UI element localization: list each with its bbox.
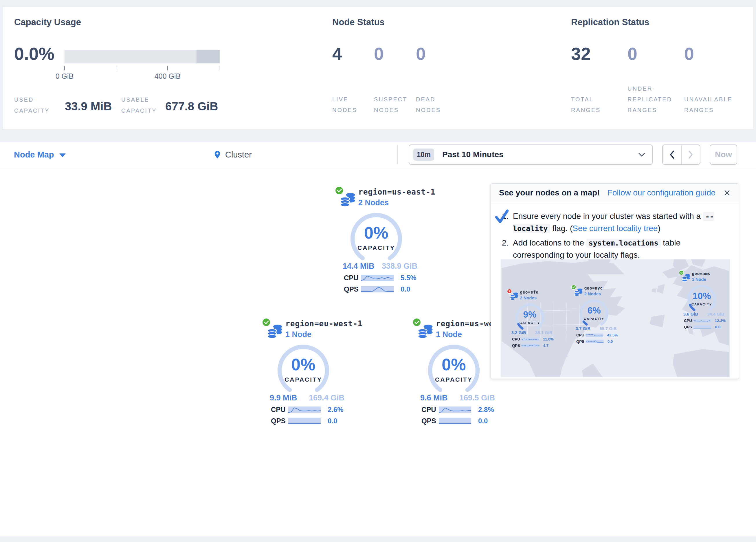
cpu-sparkline <box>288 407 321 413</box>
under-replicated-label: UNDER-REPLICATEDRANGES <box>627 83 672 115</box>
tip-panel-header: See your nodes on a map! Follow our conf… <box>491 183 739 202</box>
used-capacity: 9.9 MiB <box>270 394 297 403</box>
unavailable-count: 0 <box>684 44 694 64</box>
cpu-label: CPU <box>421 406 438 414</box>
capacity-gauge: 0% CAPACITY <box>260 343 347 394</box>
cpu-value: 2.8% <box>478 406 494 414</box>
capacity-gauge: 0% CAPACITY <box>333 211 420 262</box>
capacity-percent: 0% <box>333 223 420 242</box>
cpu-label: CPU <box>344 274 361 282</box>
check-icon <box>414 321 419 324</box>
time-range-label: Past 10 Minutes <box>442 150 504 159</box>
node-map-canvas: region=us-east-1 2 Nodes 0% CAPACITY 14.… <box>0 167 756 537</box>
total-capacity: 169.5 GiB <box>459 394 495 403</box>
now-button[interactable]: Now <box>710 144 737 165</box>
chevron-down-icon <box>59 153 66 157</box>
node-count-link[interactable]: 2 Nodes <box>358 198 435 207</box>
suspect-nodes-count: 0 <box>374 44 384 64</box>
step-done-check-icon <box>495 209 509 223</box>
map-marker-geo-nyc[interactable]: geo=nyc 2 Nodes 6% CAPACITY 3.7 GiB 65.7… <box>570 284 618 339</box>
under-replicated-count: 0 <box>627 44 637 64</box>
locality-tree-link[interactable]: See current locality tree <box>572 224 658 233</box>
database-icon <box>682 274 690 282</box>
replication-status-title: Replication Status <box>571 17 649 27</box>
status-badge <box>571 285 576 290</box>
total-capacity: 338.9 GiB <box>382 262 417 271</box>
qps-sparkline <box>288 418 321 424</box>
time-prev-button[interactable] <box>663 145 682 164</box>
cpu-value: 2.6% <box>328 406 344 414</box>
step-2: 2. Add locations to the system.locations… <box>502 237 729 261</box>
suspect-nodes-label: SUSPECTNODES <box>374 94 407 115</box>
used-capacity: 9.6 MiB <box>420 394 448 403</box>
chevron-left-icon <box>669 150 675 159</box>
live-nodes-count: 4 <box>332 44 342 64</box>
node-status-title: Node Status <box>332 17 385 27</box>
cluster-stats-card: Capacity Usage 0.0% 0 GiB 400 GiB USEDCA… <box>2 6 754 129</box>
unavailable-label: UNAVAILABLERANGES <box>684 94 733 115</box>
node-count-link[interactable]: 1 Node <box>692 277 710 282</box>
db-console-overview: Capacity Usage 0.0% 0 GiB 400 GiB USEDCA… <box>0 0 756 542</box>
close-button[interactable] <box>724 189 731 196</box>
status-badge <box>262 318 271 327</box>
step-1: 1. Ensure every node in your cluster was… <box>502 210 729 234</box>
chevron-right-icon <box>687 150 694 159</box>
node-count-link[interactable]: 1 Node <box>285 330 362 339</box>
time-range-select[interactable]: 10m Past 10 Minutes <box>409 144 653 165</box>
qps-value: 0.0 <box>401 285 410 293</box>
qps-value: 0.0 <box>478 417 488 425</box>
capacity-bar-tail <box>197 50 220 63</box>
node-count-link[interactable]: 2 Nodes <box>520 296 538 301</box>
cpu-label: CPU <box>271 406 288 414</box>
node-group-us-east-1[interactable]: region=us-east-1 2 Nodes 0% CAPACITY 14.… <box>333 185 420 293</box>
qps-label: QPS <box>271 417 288 425</box>
view-switcher-dropdown[interactable]: Node Map <box>14 142 66 167</box>
view-toolbar: Node Map Cluster 10m Past 10 Minutes Now <box>0 142 756 167</box>
map-marker-geo-sfo[interactable]: 1 geo=sfo 2 Nodes 9% <box>506 289 554 344</box>
time-range-badge: 10m <box>413 148 434 161</box>
node-count-link[interactable]: 2 Nodes <box>584 292 603 297</box>
time-nav-group <box>662 144 700 165</box>
qps-label: QPS <box>344 285 361 293</box>
database-icon <box>267 325 282 339</box>
live-nodes-label: LIVENODES <box>332 94 357 115</box>
nodes-on-map-tip-panel: See your nodes on a map! Follow our conf… <box>491 183 739 379</box>
cpu-value: 5.5% <box>401 274 416 282</box>
total-ranges-count: 32 <box>571 44 591 64</box>
node-group-eu-west-1[interactable]: region=eu-west-1 1 Node 0% CAPACITY 9.9 … <box>260 317 347 425</box>
used-capacity-label: USEDCAPACITY <box>14 94 50 116</box>
region-label: geo=sfo <box>520 290 538 295</box>
tip-steps: 1. Ensure every node in your cluster was… <box>491 202 739 261</box>
breadcrumb[interactable]: Cluster <box>213 142 252 167</box>
usable-capacity-value: 677.8 GiB <box>165 100 218 113</box>
view-switcher-label: Node Map <box>14 150 54 159</box>
toolbar-divider <box>397 145 398 164</box>
database-icon <box>510 293 518 301</box>
usable-capacity-label: USABLECAPACITY <box>121 94 157 116</box>
capacity-tick-400: 400 GiB <box>144 72 191 80</box>
check-icon <box>264 321 269 324</box>
capacity-gauge: 0% CAPACITY <box>410 343 497 394</box>
chevron-down-icon <box>638 152 645 157</box>
map-pin-icon <box>213 149 222 160</box>
capacity-tick-0: 0 GiB <box>41 72 88 80</box>
status-badge <box>679 270 684 276</box>
qps-label: QPS <box>421 417 438 425</box>
breadcrumb-label: Cluster <box>225 150 252 159</box>
capacity-caption: CAPACITY <box>260 376 347 383</box>
node-group-us-west-1[interactable]: region=us-west-1 1 Node 0% CAPACITY 9.6 … <box>410 317 497 425</box>
capacity-caption: CAPACITY <box>410 376 497 383</box>
capacity-percent: 0% <box>410 355 497 374</box>
configuration-guide-link[interactable]: Follow our configuration guide <box>608 188 716 197</box>
database-icon <box>340 193 355 207</box>
qps-sparkline <box>439 418 471 424</box>
map-marker-geo-ams[interactable]: geo=ams 1 Node 10% CAPACITY 3.6 GiB 34.4… <box>678 270 726 325</box>
time-next-button[interactable] <box>682 145 700 164</box>
capacity-percent: 0.0% <box>14 44 54 64</box>
close-icon <box>724 189 731 196</box>
capacity-percent: 0% <box>260 355 347 374</box>
capacity-caption: CAPACITY <box>333 244 420 251</box>
cpu-sparkline <box>361 275 394 281</box>
region-label: region=us-east-1 <box>358 187 435 196</box>
region-label: geo=ams <box>692 271 710 276</box>
